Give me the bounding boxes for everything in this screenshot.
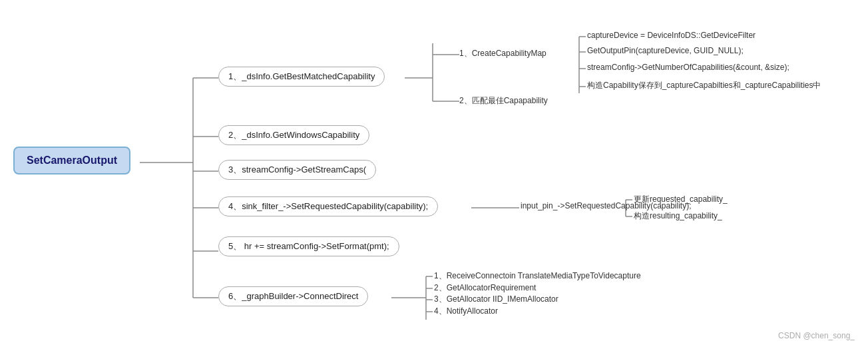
root-node: SetCameraOutput: [13, 147, 130, 174]
branch1-sub3: streamConfig->GetNumberOfCapabilities(&c…: [587, 63, 789, 72]
branch4-sub2: 构造resulting_capability_: [634, 210, 722, 222]
branch1-label1: 1、CreateCapabilityMap: [459, 48, 546, 59]
node-5: 5、 hr += streamConfig->SetFormat(pmt);: [218, 236, 399, 256]
diagram: SetCameraOutput 1、_dsInfo.GetBestMatched…: [0, 0, 868, 347]
branch1-label2: 2、匹配最佳Capapability: [459, 95, 548, 107]
branch1-sub1: captureDevice = DeviceInfoDS::GetDeviceF…: [587, 31, 756, 40]
branch6-label1: 1、ReceiveConnectoin TranslateMediaTypeTo…: [434, 270, 641, 282]
node-1: 1、_dsInfo.GetBestMatchedCapability: [218, 67, 385, 87]
branch6-label3: 3、GetAllocator IID_IMemAllocator: [434, 294, 558, 305]
node-6: 6、_graphBuilder->ConnectDirect: [218, 286, 368, 306]
node-2: 2、_dsInfo.GetWindowsCapability: [218, 125, 369, 145]
branch4-sub1: 更新requested_capability_: [634, 194, 728, 205]
node-3: 3、streamConfig->GetStreamCaps(: [218, 160, 376, 180]
watermark: CSDN @chen_song_: [778, 331, 855, 340]
node-4: 4、sink_filter_->SetRequestedCapability(c…: [218, 196, 438, 216]
branch6-label2: 2、GetAllocatorRequirement: [434, 282, 536, 294]
branch1-sub2: GetOutputPin(captureDevice, GUID_NULL);: [587, 46, 744, 55]
branch1-sub4: 构造Capability保存到_captureCapabilties和_capt…: [587, 80, 821, 91]
branch6-label4: 4、NotifyAllocator: [434, 306, 498, 317]
